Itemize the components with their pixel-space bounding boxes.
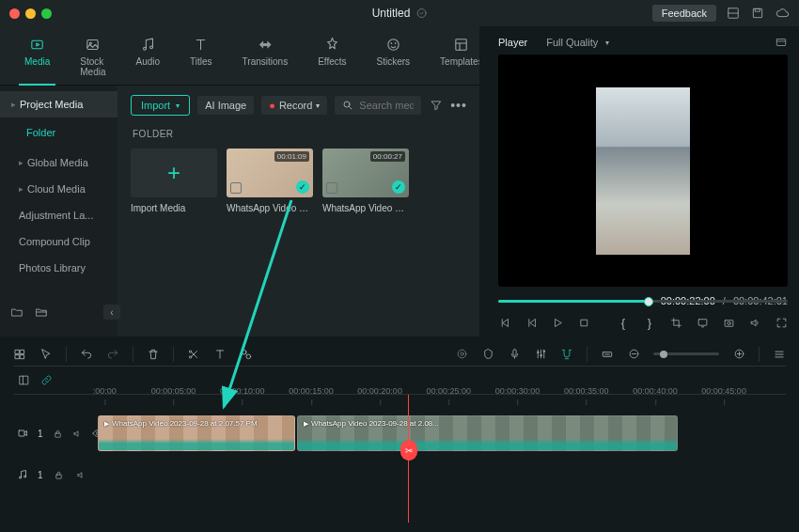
tab-stickers[interactable]: Stickers [371,32,416,85]
playhead[interactable]: ✂ [408,395,409,523]
text-tool-icon[interactable] [213,348,227,361]
sync-icon [415,8,427,19]
play-icon[interactable] [551,316,564,329]
screen-icon[interactable] [696,316,709,329]
timeline-clip[interactable]: WhatsApp Video 2023-09-28 at 2.07.57 PM [98,415,295,451]
stop-icon[interactable] [577,316,590,329]
track-mute-icon[interactable] [72,427,83,440]
delete-icon[interactable] [147,348,160,361]
tab-effects[interactable]: Effects [312,32,352,85]
new-folder-icon[interactable] [9,305,24,320]
search-input[interactable] [359,100,414,111]
mark-out-icon[interactable]: } [643,316,656,329]
track-panel-icon[interactable] [17,374,30,387]
tracks-area[interactable]: ✂ 1 WhatsApp Video 2023-09-28 at 2.07.57… [13,395,786,523]
feedback-button[interactable]: Feedback [652,5,716,22]
more-icon[interactable]: ••• [451,98,466,113]
tab-stock-media[interactable]: Stock Media [74,32,111,85]
zoom-out-icon[interactable] [627,348,640,361]
track-lock-icon[interactable] [53,468,66,481]
add-corner-icon[interactable] [230,182,242,194]
main-tabs: Media Stock Media Audio Titles Transitio… [0,26,479,86]
scrubber-fill [498,300,649,303]
snapshot-icon[interactable] [722,316,735,329]
add-corner-icon[interactable] [326,182,337,194]
ai-image-button[interactable]: AI Image [197,96,254,115]
tab-audio[interactable]: Audio [130,32,165,85]
zoom-knob[interactable] [660,351,667,358]
search-field[interactable] [335,96,421,115]
tab-transitions[interactable]: Transitions [237,32,294,85]
snap-icon[interactable] [560,348,573,361]
crop-icon[interactable] [669,316,682,329]
video-viewer[interactable] [498,55,788,287]
split-icon[interactable] [187,348,200,361]
layout-icon[interactable] [726,6,741,21]
check-icon: ✓ [296,180,309,194]
marker-icon[interactable] [481,348,494,361]
sidebar-item-photos-library[interactable]: Photos Library [0,255,118,281]
record-button[interactable]: ● Record ▾ [261,96,327,115]
sidebar-item-project-media[interactable]: ▸Project Media [0,91,118,117]
filter-icon[interactable] [429,98,444,113]
svg-rect-29 [725,320,733,326]
step-back-icon[interactable] [525,316,538,329]
fullscreen-icon[interactable] [775,316,788,329]
video-track-body[interactable]: WhatsApp Video 2023-09-28 at 2.07.57 PM … [98,415,786,451]
quality-selector[interactable]: Full Quality ▾ [546,37,609,48]
import-button[interactable]: Import ▾ [131,95,190,116]
prev-frame-icon[interactable] [498,316,511,329]
fit-icon[interactable] [601,348,614,361]
track-lock-icon[interactable] [53,427,63,440]
open-folder-icon[interactable] [34,305,49,320]
sidebar-item-global-media[interactable]: ▸Global Media [0,149,118,176]
ruler-tick: 00:00:35:00 [564,386,609,396]
cloud-icon[interactable] [775,6,790,21]
mic-icon[interactable] [508,348,521,361]
zoom-slider[interactable] [653,352,719,355]
select-tool-icon[interactable] [39,348,53,361]
tool-icon[interactable] [455,348,468,361]
mixer-icon[interactable] [534,348,547,361]
tab-titles[interactable]: Titles [184,32,218,85]
scrubber-knob[interactable] [644,297,653,306]
sidebar-item-compound-clip[interactable]: Compound Clip [0,228,118,255]
volume-icon[interactable] [748,316,761,329]
close-window[interactable] [9,8,20,19]
cut-badge-icon[interactable]: ✂ [400,440,417,461]
sidebar-label: Adjustment La... [19,210,94,221]
import-media-card[interactable]: + Import Media [131,149,217,213]
zoom-in-icon[interactable] [732,348,745,361]
clip-label: WhatsApp Video 2023-09-28 at 2.08... [304,419,439,428]
waveform [298,439,677,450]
mark-in-icon[interactable]: { [617,316,630,329]
maximize-window[interactable] [41,8,52,19]
tab-media[interactable]: Media [19,32,55,86]
player-controls: { } [498,316,788,329]
crop-tool-icon[interactable] [240,348,253,361]
sidebar-item-folder[interactable]: Folder [0,119,118,146]
undo-icon[interactable] [80,348,93,361]
svg-point-62 [20,477,22,478]
collapse-sidebar-icon[interactable]: ‹ [103,305,120,320]
media-card[interactable]: 00:01:09 ✓ WhatsApp Video 202... [227,149,313,213]
track-mute-icon[interactable] [75,468,88,481]
timeline-clip[interactable]: WhatsApp Video 2023-09-28 at 2.08... [297,415,678,451]
scrubber-track[interactable] [498,300,788,303]
waveform [99,439,294,450]
player-settings-icon[interactable] [775,36,788,49]
svg-marker-24 [529,319,534,326]
link-icon[interactable] [39,374,53,387]
sidebar-item-adjustment-layer[interactable]: Adjustment La... [0,202,118,228]
minimize-window[interactable] [25,8,36,19]
ruler-tick: 00:00:45:00 [701,386,746,396]
media-card[interactable]: 00:00:27 ✓ WhatsApp Video 202... [322,149,409,213]
save-icon[interactable] [750,6,765,21]
player-title: Player [498,37,527,48]
redo-icon[interactable] [106,348,119,361]
layout-tool-icon[interactable] [13,348,26,361]
effects-icon [323,36,340,53]
sidebar-item-cloud-media[interactable]: ▸Cloud Media [0,176,118,202]
audio-track-body[interactable] [98,457,786,493]
view-options-icon[interactable] [773,348,786,361]
